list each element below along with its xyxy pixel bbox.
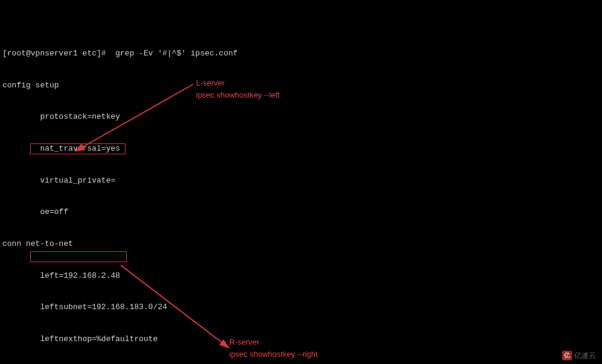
config-left: left=192.168.2.48 xyxy=(2,271,600,281)
config-leftnexthop: leftnexthop=%defaultroute xyxy=(2,334,600,345)
config-nat-traversal: nat_traversal=yes xyxy=(2,143,600,154)
config-oe: oe=off xyxy=(2,207,600,218)
config-virtual-private: virtual_private= xyxy=(2,175,600,186)
config-setup: config setup xyxy=(2,80,600,91)
watermark: 亿 亿速云 xyxy=(562,351,596,360)
config-leftsubnet: leftsubnet=192.168.183.0/24 xyxy=(2,302,600,313)
watermark-icon: 亿 xyxy=(562,351,572,360)
config-protostack: protostack=netkey xyxy=(2,111,600,122)
prompt-grep-command: [root@vpnserver1 etc]# grep -Ev '#|^$' i… xyxy=(2,48,600,59)
terminal-output[interactable]: ... [root@vpnserver1 etc]# grep -Ev '#|^… xyxy=(2,1,600,364)
top-cut-line: ... xyxy=(2,22,600,27)
config-conn: conn net-to-net xyxy=(2,239,600,249)
watermark-text: 亿速云 xyxy=(574,351,596,360)
